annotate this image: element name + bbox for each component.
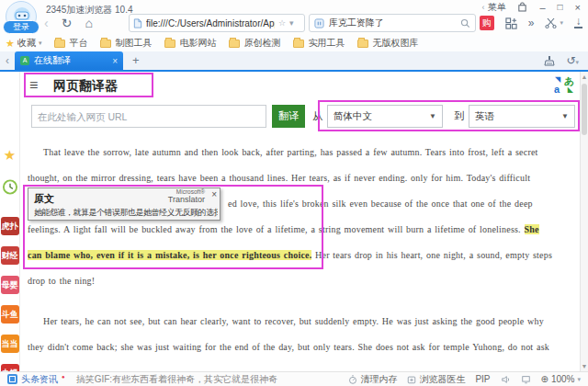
search-input[interactable] xyxy=(329,18,456,28)
hamburger-menu-icon[interactable]: ≡ xyxy=(29,77,38,94)
bookmark-folder[interactable]: 无版权图库 xyxy=(357,37,418,50)
content-line: drop to the ning! xyxy=(28,268,574,294)
folder-icon xyxy=(357,40,368,48)
scrollbar-thumb[interactable] xyxy=(582,84,587,135)
bookmark-folder[interactable]: 平台 xyxy=(54,37,87,50)
browser-titlebar: 登录 2345加速浏览器 10.4 ‹ 菜单 – □ × ‹ ↻ ⌂ file:… xyxy=(0,0,588,35)
sidebar-history-clock-icon[interactable] xyxy=(2,179,17,195)
tab-online-translate[interactable]: A 在线翻译 × xyxy=(15,51,123,70)
undo-dropdown-icon: ▾ xyxy=(575,59,579,65)
sidebar-site-tile[interactable]: 财经 xyxy=(1,246,19,265)
maximize-button[interactable]: □ xyxy=(558,2,563,12)
stopwatch-icon xyxy=(348,375,357,384)
tooltip-title: 原文 xyxy=(34,192,54,206)
hot-topic-icon xyxy=(314,18,324,28)
scrollbar[interactable]: ▲ ▼ xyxy=(580,72,588,371)
folder-icon xyxy=(164,40,175,48)
zoom-icon: ⊕ xyxy=(541,374,548,384)
menu-button[interactable]: ‹ 菜单 xyxy=(481,1,505,14)
refresh-button[interactable]: ↻ xyxy=(62,14,73,32)
page-content: ★ 虎扑 财经 母婴 斗鱼 当当 央视 豆瓣 xyxy=(0,72,588,371)
zoom-control[interactable]: ⊕ 100% ▾ xyxy=(541,374,581,384)
browser-window: 登录 2345加速浏览器 10.4 ‹ 菜单 – □ × ‹ ↻ ⌂ file:… xyxy=(0,0,588,386)
to-label: 到 xyxy=(454,109,464,123)
shopping-badge[interactable]: 购 xyxy=(480,16,494,30)
content-line: Her tears, he can not see, but can hear … xyxy=(28,309,574,335)
login-button[interactable]: 登录 xyxy=(3,20,40,34)
scroll-up-icon[interactable]: ▲ xyxy=(581,74,588,80)
home-button[interactable]: ⌂ xyxy=(85,14,92,32)
chevron-left-icon: ‹ xyxy=(481,3,484,12)
sidebar-site-tile[interactable]: 母婴 xyxy=(1,276,19,294)
download-icon[interactable]: ↓ xyxy=(574,17,582,28)
content-line: That leave the sorrow, late autumn and t… xyxy=(28,140,574,165)
sidebar-site-tile[interactable]: 当当 xyxy=(1,335,19,353)
url-input[interactable] xyxy=(31,105,266,128)
address-bar[interactable]: file:///C:/Users/Administrator/AppData ☆… xyxy=(129,14,305,32)
minimize-button[interactable]: – xyxy=(539,2,545,13)
clean-memory-button[interactable]: 清理内存 xyxy=(348,373,397,386)
bookmark-folder[interactable]: 实用工具 xyxy=(293,37,345,50)
from-label: 从 xyxy=(312,109,322,123)
clear-traces-icon[interactable] xyxy=(544,55,555,66)
fullscreen-monitor-icon[interactable] xyxy=(521,375,531,384)
from-language-select[interactable]: 简体中文 ▼ xyxy=(327,105,443,128)
scroll-down-icon[interactable]: ▼ xyxy=(581,363,588,369)
zoom-dropdown-icon: ▾ xyxy=(577,376,581,383)
page-sidebar: ★ 虎扑 财经 母婴 斗鱼 当当 央视 豆瓣 xyxy=(0,72,20,371)
page-main: ≡ 网页翻译器 ◥ あ a ◣ 翻译 从 简体中文 ▼ 到 英语 ▼ That … xyxy=(20,72,580,371)
toutiao-icon xyxy=(7,374,17,384)
bookmark-star-icon[interactable]: ☆ xyxy=(278,18,286,28)
new-tab-button[interactable]: + xyxy=(132,53,140,67)
status-bar: 头条资讯 ● 搞笑GIF:有些东西看着很神奇，其实它就是很神奇 清理内存 浏览器… xyxy=(0,371,588,386)
address-dropdown-icon[interactable]: ▾ xyxy=(289,18,294,28)
tab-close-icon[interactable]: × xyxy=(112,56,118,66)
pip-button[interactable]: PIP xyxy=(475,374,490,384)
tooltip-close-icon[interactable]: × xyxy=(211,189,217,199)
translated-text: That leave the sorrow, late autumn and t… xyxy=(28,140,574,360)
sidebar-site-tile[interactable]: 斗鱼 xyxy=(1,305,19,324)
bookmarks-bar: ★ 收藏 ▾ 平台 制图工具 电影网站 xyxy=(0,35,588,51)
content-line: they didn't come back; she was just wait… xyxy=(28,335,574,360)
tab-favicon: A xyxy=(20,56,29,65)
favorites-button[interactable]: ★ 收藏 ▾ xyxy=(6,37,41,50)
notification-dot: ● xyxy=(62,374,65,380)
search-icon[interactable] xyxy=(460,18,470,28)
medical-cross-icon xyxy=(407,375,416,384)
to-language-select[interactable]: 英语 ▼ xyxy=(469,105,575,128)
bookmark-folder[interactable]: 制图工具 xyxy=(100,37,152,50)
back-button[interactable]: ‹ xyxy=(44,14,49,32)
tab-bar: ‹ A 在线翻译 × + ↺▾ xyxy=(0,51,588,72)
tab-scroll-left-icon[interactable]: ‹ xyxy=(6,54,9,67)
to-select-arrow-icon: ▼ xyxy=(561,112,569,120)
favorites-star-icon: ★ xyxy=(6,38,15,50)
more-tools-icon[interactable]: » xyxy=(528,16,535,30)
apps-grid-icon[interactable] xyxy=(505,17,517,29)
bookmark-folder[interactable]: 电影网站 xyxy=(164,37,216,50)
tooltip-body: 她能怨谁，就算是个错误那也是她曾经义无反顾的选择。 xyxy=(34,207,218,219)
sidebar-site-tile[interactable]: 虎扑 xyxy=(1,217,19,235)
bookmark-folder[interactable]: 原创检测 xyxy=(229,37,280,50)
favorites-dropdown-icon: ▾ xyxy=(39,40,42,47)
undo-closed-tab-icon[interactable]: ↺▾ xyxy=(566,54,579,67)
browser-doctor-button[interactable]: 浏览器医生 xyxy=(407,373,465,386)
translate-icon: ◥ あ a ◣ xyxy=(554,74,574,95)
news-feed-button[interactable]: 头条资讯 ● 搞笑GIF:有些东西看着很神奇，其实它就是很神奇 xyxy=(7,373,277,386)
translate-button[interactable]: 翻译 xyxy=(272,105,305,128)
sidebar-favorite-star-icon[interactable]: ★ xyxy=(4,147,16,164)
microsoft-translator-logo: Microsoft® Translator xyxy=(168,189,205,204)
search-box[interactable] xyxy=(309,14,476,32)
from-select-arrow-icon: ▼ xyxy=(429,112,436,120)
folder-icon xyxy=(293,40,304,48)
page-file-icon xyxy=(133,18,142,28)
address-url: file:///C:/Users/Administrator/AppData xyxy=(146,18,275,28)
source-text-tooltip: 原文 Microsoft® Translator × 她能怨谁，就算是个错误那也… xyxy=(28,187,220,221)
content-line: feelings. A light fall will be buckled a… xyxy=(28,217,574,243)
theme-bag-icon[interactable] xyxy=(517,2,527,12)
close-button[interactable]: × xyxy=(575,2,581,13)
speaker-icon[interactable] xyxy=(501,375,511,384)
page-title: 网页翻译器 xyxy=(53,78,118,95)
folder-icon xyxy=(229,40,240,48)
scissors-dropdown-icon: ▾ xyxy=(560,16,563,30)
screenshot-scissors-icon[interactable]: ▾ xyxy=(545,16,563,30)
